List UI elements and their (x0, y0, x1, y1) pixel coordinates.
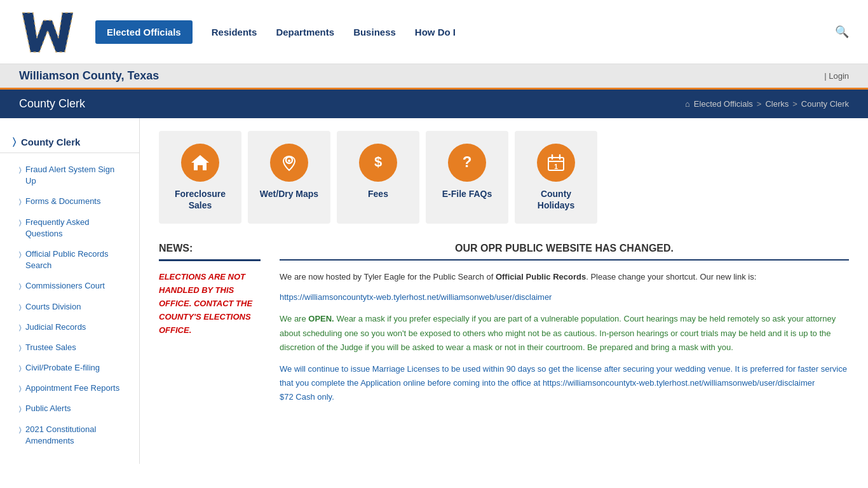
arrow-icon: 〉 (19, 363, 22, 373)
sidebar-item-commissioners[interactable]: 〉 Commissioners Court (0, 276, 139, 296)
arrow-icon: 〉 (19, 425, 22, 435)
svg-text:$: $ (374, 154, 382, 170)
login-link[interactable]: | Login (824, 71, 849, 81)
arrow-icon: 〉 (19, 343, 22, 353)
sidebar-item-fraud-alert[interactable]: 〉 Fraud Alert System Sign Up (0, 159, 139, 191)
page-title: County Clerk (19, 97, 85, 111)
opr-bold: Official Public Records (496, 272, 586, 281)
holidays-icon-circle: 1 (537, 144, 575, 182)
breadcrumb: ⌂ Elected Officials > Clerks > County Cl… (685, 99, 849, 109)
sidebar-arrow: 〉 (13, 136, 16, 147)
breadcrumb-current: County Clerk (801, 99, 849, 109)
card-efile-faqs[interactable]: ? E-File FAQs (426, 131, 508, 224)
card-fees[interactable]: $ Fees (337, 131, 419, 224)
map-pin-icon (279, 152, 299, 173)
wetdry-label: Wet/Dry Maps (260, 188, 318, 200)
news-column: NEWS: ELECTIONS ARE NOT HANDLED BY THIS … (159, 243, 261, 412)
opr-blue-link[interactable]: https://williamsoncountytx-web.tylerhost… (543, 378, 815, 388)
sub-header: Williamson County, Texas | Login (0, 64, 868, 90)
sidebar-title: 〉 County Clerk (0, 131, 139, 153)
open-we-are: We are (280, 314, 308, 323)
holidays-label: County Holidays (521, 188, 591, 211)
home-icon (190, 152, 210, 173)
breadcrumb-separator-1: > (757, 99, 762, 109)
news-divider (159, 259, 261, 261)
nav-how-do-i[interactable]: How Do I (415, 27, 456, 37)
nav-departments[interactable]: Departments (276, 27, 334, 37)
site-logo (19, 6, 76, 57)
efile-label: E-File FAQs (442, 188, 492, 200)
breadcrumb-elected-officials[interactable]: Elected Officials (694, 99, 753, 109)
calendar-icon: 1 (546, 152, 566, 173)
arrow-icon: 〉 (19, 281, 22, 291)
wetdry-icon-circle (270, 144, 308, 182)
icon-cards-row: Foreclosure Sales Wet/Dry Maps $ (159, 131, 849, 224)
card-county-holidays[interactable]: 1 County Holidays (515, 131, 597, 224)
card-foreclosure-sales[interactable]: Foreclosure Sales (159, 131, 241, 224)
sidebar: 〉 County Clerk 〉 Fraud Alert System Sign… (0, 118, 140, 464)
fees-icon-circle: $ (359, 144, 397, 182)
arrow-icon: 〉 (19, 250, 22, 259)
arrow-icon: 〉 (19, 404, 22, 414)
svg-text:1: 1 (554, 163, 558, 170)
breadcrumb-separator-2: > (792, 99, 797, 109)
main-nav: Elected Officials Residents Departments … (95, 20, 849, 44)
opr-open-text: We are OPEN. Wear a mask if you prefer e… (280, 312, 849, 354)
card-wetdry-maps[interactable]: Wet/Dry Maps (248, 131, 330, 224)
arrow-icon: 〉 (19, 302, 22, 312)
county-title: Williamson County, Texas (19, 69, 159, 83)
search-icon[interactable]: 🔍 (835, 25, 849, 39)
arrow-icon: 〉 (19, 197, 22, 207)
sidebar-item-civil[interactable]: 〉 Civil/Probate E-filing (0, 358, 139, 378)
opr-marriage-text: We will continue to issue Marriage Licen… (280, 362, 849, 404)
sidebar-item-courts[interactable]: 〉 Courts Division (0, 297, 139, 317)
sidebar-item-amendments[interactable]: 〉 2021 Constitutional Amendments (0, 419, 139, 451)
foreclosure-label: Foreclosure Sales (165, 188, 235, 211)
breadcrumb-clerks[interactable]: Clerks (765, 99, 789, 109)
svg-point-3 (288, 159, 290, 162)
arrow-icon: 〉 (19, 218, 22, 227)
sidebar-item-judicial[interactable]: 〉 Judicial Records (0, 317, 139, 337)
sidebar-item-opr[interactable]: 〉 Official Public Records Search (0, 244, 139, 276)
open-word: OPEN. (308, 314, 334, 323)
arrow-icon: 〉 (19, 323, 22, 332)
foreclosure-icon-circle (181, 144, 219, 182)
header: Elected Officials Residents Departments … (0, 0, 868, 64)
sidebar-item-forms[interactable]: 〉 Forms & Documents (0, 191, 139, 212)
question-icon: ? (457, 152, 477, 173)
main-content: 〉 County Clerk 〉 Fraud Alert System Sign… (0, 118, 868, 464)
nav-elected-officials[interactable]: Elected Officials (95, 20, 193, 44)
opr-divider (280, 259, 849, 261)
opr-link[interactable]: https://williamsoncountytx-web.tylerhost… (280, 292, 552, 302)
page-title-bar: County Clerk ⌂ Elected Officials > Clerk… (0, 90, 868, 118)
sidebar-item-trustee[interactable]: 〉 Trustee Sales (0, 337, 139, 358)
news-title: NEWS: (159, 243, 261, 254)
sidebar-item-faq[interactable]: 〉 Frequently Asked Questions (0, 212, 139, 244)
svg-marker-0 (22, 13, 73, 52)
arrow-icon: 〉 (19, 165, 22, 175)
svg-text:?: ? (463, 153, 472, 170)
nav-residents[interactable]: Residents (212, 27, 257, 37)
sidebar-item-appointment-fee[interactable]: 〉 Appointment Fee Reports (0, 378, 139, 398)
efile-icon-circle: ? (448, 144, 486, 182)
dollar-icon: $ (368, 152, 388, 173)
opr-column: OUR OPR PUBLIC WEBSITE HAS CHANGED. We a… (280, 243, 849, 412)
sidebar-item-public-alerts[interactable]: 〉 Public Alerts (0, 398, 139, 419)
opr-intro-text: We are now hosted by Tyler Eagle for the… (280, 270, 849, 284)
home-icon: ⌂ (685, 99, 690, 109)
arrow-icon: 〉 (19, 384, 22, 393)
nav-business[interactable]: Business (353, 27, 396, 37)
two-column-section: NEWS: ELECTIONS ARE NOT HANDLED BY THIS … (159, 243, 849, 412)
fees-label: Fees (368, 188, 388, 200)
opr-title: OUR OPR PUBLIC WEBSITE HAS CHANGED. (280, 243, 849, 254)
news-alert-text: ELECTIONS ARE NOT HANDLED BY THIS OFFICE… (159, 271, 261, 337)
content-area: Foreclosure Sales Wet/Dry Maps $ (140, 118, 868, 464)
